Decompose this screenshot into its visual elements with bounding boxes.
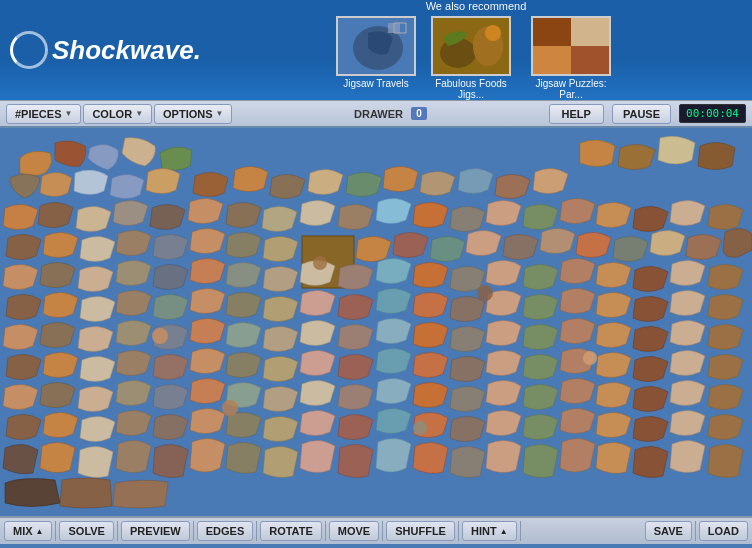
shuffle-button[interactable]: SHUFFLE — [386, 521, 455, 541]
header: Shockwave. We also recommend Jigsaw Trav… — [0, 0, 752, 100]
preview-button[interactable]: PREVIEW — [121, 521, 190, 541]
drawer-count: 0 — [411, 107, 427, 120]
rec-item-1[interactable]: Jigsaw Travels — [336, 16, 416, 100]
mix-arrow: ▲ — [36, 527, 44, 536]
shuffle-label: SHUFFLE — [395, 525, 446, 537]
rec-label-3: Jigsaw Puzzles: Par... — [526, 78, 616, 100]
save-button[interactable]: SAVE — [645, 521, 692, 541]
move-button[interactable]: MOVE — [329, 521, 379, 541]
logo[interactable]: Shockwave. — [10, 31, 201, 69]
svg-point-13 — [583, 351, 597, 365]
sep-3 — [193, 521, 194, 541]
timer-display: 00:00:04 — [679, 104, 746, 123]
mix-button[interactable]: MIX ▲ — [4, 521, 52, 541]
main-toolbar: #PIECES ▼ COLOR ▼ OPTIONS ▼ DRAWER 0 HEL… — [0, 100, 752, 128]
save-label: SAVE — [654, 525, 683, 537]
sep-6 — [382, 521, 383, 541]
svg-point-15 — [413, 421, 427, 435]
hint-arrow: ▲ — [500, 527, 508, 536]
help-button[interactable]: HELP — [549, 104, 604, 124]
logo-area: Shockwave. — [10, 31, 210, 69]
color-arrow: ▼ — [135, 109, 143, 118]
pieces-button[interactable]: #PIECES ▼ — [6, 104, 81, 124]
svg-point-11 — [313, 256, 327, 270]
load-label: LOAD — [708, 525, 739, 537]
toolbar-right: HELP PAUSE 00:00:04 — [549, 104, 746, 124]
solve-button[interactable]: SOLVE — [59, 521, 113, 541]
color-label: COLOR — [92, 108, 132, 120]
recommendations-section: We also recommend Jigsaw Travels — [210, 0, 742, 100]
rotate-button[interactable]: ROTATE — [260, 521, 322, 541]
rec-thumb-1 — [336, 16, 416, 76]
sep-4 — [256, 521, 257, 541]
pieces-arrow: ▼ — [64, 109, 72, 118]
rec-thumb-3 — [531, 16, 611, 76]
drawer-label: DRAWER — [354, 108, 403, 120]
logo-text: Shockwave. — [52, 35, 201, 66]
puzzle-area[interactable] — [0, 128, 752, 516]
color-button[interactable]: COLOR ▼ — [83, 104, 152, 124]
preview-label: PREVIEW — [130, 525, 181, 537]
rec-label-2: Fabulous Foods Jigs... — [426, 78, 516, 100]
mix-label: MIX — [13, 525, 33, 537]
svg-point-14 — [222, 400, 238, 416]
pause-button[interactable]: PAUSE — [612, 104, 671, 124]
rec-item-3[interactable]: Jigsaw Puzzles: Par... — [526, 16, 616, 100]
rotate-label: ROTATE — [269, 525, 313, 537]
sep-5 — [325, 521, 326, 541]
svg-point-7 — [485, 25, 501, 41]
pieces-label: #PIECES — [15, 108, 61, 120]
puzzle-canvas — [0, 128, 752, 516]
toolbar-center: DRAWER 0 — [234, 107, 546, 120]
sep-7 — [458, 521, 459, 541]
edges-button[interactable]: EDGES — [197, 521, 254, 541]
edges-label: EDGES — [206, 525, 245, 537]
rec-items: Jigsaw Travels Fabulous Foods Jigs... — [336, 16, 616, 100]
sep-1 — [55, 521, 56, 541]
rec-thumb-2 — [431, 16, 511, 76]
options-button[interactable]: OPTIONS ▼ — [154, 104, 232, 124]
load-button[interactable]: LOAD — [699, 521, 748, 541]
hint-button[interactable]: HINT ▲ — [462, 521, 517, 541]
logo-swirl — [10, 31, 48, 69]
svg-point-10 — [152, 328, 168, 344]
sep-8 — [520, 521, 521, 541]
rec-title: We also recommend — [426, 0, 527, 12]
sep-9 — [695, 521, 696, 541]
move-label: MOVE — [338, 525, 370, 537]
options-label: OPTIONS — [163, 108, 213, 120]
bottom-toolbar: MIX ▲ SOLVE PREVIEW EDGES ROTATE MOVE SH… — [0, 516, 752, 544]
rec-item-2[interactable]: Fabulous Foods Jigs... — [426, 16, 516, 100]
options-arrow: ▼ — [216, 109, 224, 118]
rec-label-1: Jigsaw Travels — [343, 78, 409, 89]
svg-point-12 — [477, 285, 493, 301]
solve-label: SOLVE — [68, 525, 104, 537]
sep-2 — [117, 521, 118, 541]
hint-label: HINT — [471, 525, 497, 537]
